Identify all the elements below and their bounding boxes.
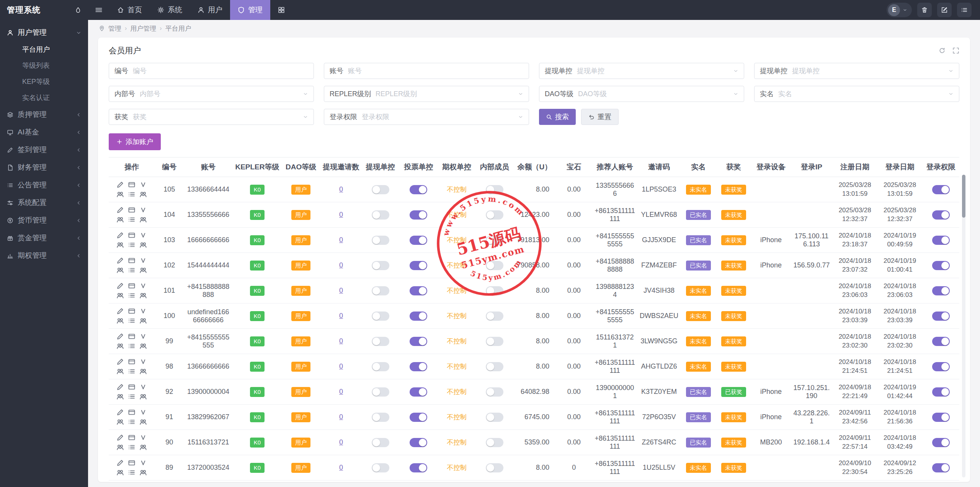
nav-item-apps[interactable] [270,0,292,20]
list-icon[interactable] [128,191,136,198]
login-permission-toggle[interactable] [932,387,950,397]
sidebar-section-options[interactable]: 期权管理 [0,247,88,264]
team-icon[interactable] [139,469,147,476]
invite-count-link[interactable]: 0 [339,362,343,370]
team-icon[interactable] [116,191,124,198]
login-permission-toggle[interactable] [932,261,950,270]
card-icon[interactable] [128,181,136,188]
card-icon[interactable] [128,358,136,365]
invite-count-link[interactable]: 0 [339,312,343,320]
list-icon[interactable] [128,292,136,299]
internal-member-toggle[interactable] [486,185,503,194]
card-icon[interactable] [128,409,136,416]
fullscreen-icon[interactable] [952,47,959,54]
sidebar-item-等级列表[interactable]: 等级列表 [0,57,88,74]
sidebar-item-KEP等级[interactable]: KEP等级 [0,74,88,90]
list-icon[interactable] [128,393,136,400]
team-icon[interactable] [139,267,147,274]
reset-button[interactable]: 重置 [581,109,619,125]
login-permission-toggle[interactable] [932,362,950,371]
vote-control-toggle[interactable] [410,438,427,447]
vote-control-toggle[interactable] [410,185,427,194]
vote-control-toggle[interactable] [410,286,427,295]
vote-control-toggle[interactable] [410,261,427,270]
withdraw-control-toggle[interactable] [372,413,389,422]
sidebar-section-sysconf[interactable]: 系统配置 [0,194,88,212]
sidebar-section-checkin[interactable]: 签到管理 [0,141,88,159]
vote-control-toggle[interactable] [410,236,427,245]
team-icon[interactable] [116,368,124,375]
filter-award[interactable]: 获奖获奖 [109,109,314,125]
withdraw-control-toggle[interactable] [372,387,389,397]
v-icon[interactable] [139,232,147,239]
invite-count-link[interactable]: 0 [339,236,343,244]
team-icon[interactable] [139,368,147,375]
internal-member-toggle[interactable] [486,387,503,397]
list-icon[interactable] [128,469,136,476]
filter-withdraw-control-2[interactable]: 提现单控提现单控 [754,63,959,79]
team-icon[interactable] [116,267,124,274]
team-icon[interactable] [139,444,147,451]
sidebar-section-user-mgmt[interactable]: 用户管理 [0,24,88,41]
option-control-link[interactable]: 不控制 [447,388,467,395]
card-icon[interactable] [128,333,136,340]
internal-member-toggle[interactable] [486,413,503,422]
team-icon[interactable] [139,393,147,400]
scrollbar-track[interactable] [962,175,965,477]
breadcrumb-item[interactable]: 用户管理 [130,24,156,33]
card-icon[interactable] [128,384,136,390]
list-icon[interactable] [128,444,136,451]
list-icon[interactable] [128,343,136,349]
vote-control-toggle[interactable] [410,210,427,220]
filter-repler-level[interactable]: REPLER级别REPLER级别 [324,86,529,102]
team-icon[interactable] [139,191,147,198]
edit-button[interactable] [937,3,952,17]
filter-id[interactable]: 编号 [109,63,314,79]
nav-item-user[interactable]: 用户 [190,0,230,20]
filter-withdraw-control-1[interactable]: 提现单控提现单控 [539,63,744,79]
vote-control-toggle[interactable] [410,362,427,371]
sidebar-item-平台用户[interactable]: 平台用户 [0,41,88,57]
team-icon[interactable] [116,444,124,451]
pencil-icon[interactable] [116,257,124,264]
login-permission-toggle[interactable] [932,312,950,321]
list-icon[interactable] [128,216,136,223]
internal-member-toggle[interactable] [486,438,503,447]
internal-member-toggle[interactable] [486,286,503,295]
invite-count-link[interactable]: 0 [339,287,343,294]
option-control-link[interactable]: 不控制 [447,236,467,244]
list-icon[interactable] [128,317,136,324]
layout-menu-button[interactable] [957,3,972,17]
withdraw-control-toggle[interactable] [372,463,389,472]
withdraw-control-toggle[interactable] [372,261,389,270]
invite-count-link[interactable]: 0 [339,185,343,193]
withdraw-control-toggle[interactable] [372,185,389,194]
v-icon[interactable] [139,308,147,315]
v-icon[interactable] [139,333,147,340]
sidebar-section-announce[interactable]: 公告管理 [0,176,88,194]
pencil-icon[interactable] [116,181,124,188]
internal-member-toggle[interactable] [486,236,503,245]
option-control-link[interactable]: 不控制 [447,312,467,320]
internal-member-toggle[interactable] [486,312,503,321]
login-permission-toggle[interactable] [932,413,950,422]
hamburger-icon[interactable] [88,0,109,20]
pencil-icon[interactable] [116,333,124,340]
card-icon[interactable] [128,257,136,264]
sidebar-section-pledge[interactable]: 质押管理 [0,106,88,123]
team-icon[interactable] [116,241,124,248]
option-control-link[interactable]: 不控制 [447,211,467,218]
v-icon[interactable] [139,282,147,289]
withdraw-control-toggle[interactable] [372,210,389,220]
internal-member-toggle[interactable] [486,463,503,472]
sidebar-item-实名认证[interactable]: 实名认证 [0,90,88,106]
pencil-icon[interactable] [116,434,124,441]
nav-item-admin[interactable]: 管理 [230,0,270,20]
team-icon[interactable] [116,216,124,223]
list-icon[interactable] [128,368,136,375]
v-icon[interactable] [139,459,147,466]
vote-control-toggle[interactable] [410,413,427,422]
option-control-link[interactable]: 不控制 [447,186,467,193]
option-control-link[interactable]: 不控制 [447,363,467,370]
search-button[interactable]: 搜索 [539,109,576,125]
